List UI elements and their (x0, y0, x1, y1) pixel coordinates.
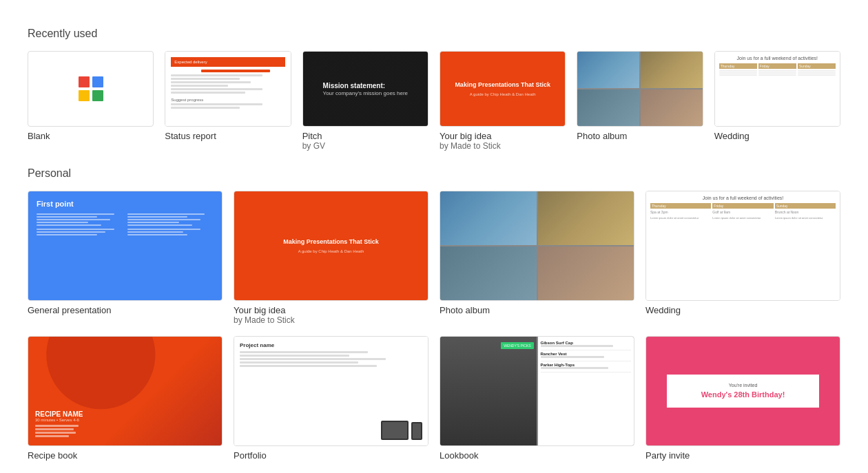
lb-item-2: Rancher Vest (541, 350, 632, 361)
recipe-thumbnail: RECIPE NAME 30 minutes • Serves 4-6 (28, 336, 223, 446)
big-idea-thumbnail: Making Presentations That Stick A guide … (440, 51, 566, 127)
pitch-sublabel: by GV (302, 141, 428, 151)
template-lookbook[interactable]: WENDY'S PICKS Gibson Surf Cap Rancher Ve… (440, 336, 634, 461)
party-thumb-content: You're invited Wendy's 28th Birthday! (646, 337, 840, 445)
lb-item-1: Gibson Surf Cap (541, 339, 632, 350)
template-recipe-book[interactable]: RECIPE NAME 30 minutes • Serves 4-6 Reci… (28, 336, 223, 461)
photo-album-thumbnail (577, 51, 703, 127)
gen-pres-thumbnail: First point (28, 191, 223, 301)
personal-grid: First point (28, 191, 840, 461)
template-party-invite[interactable]: You're invited Wendy's 28th Birthday! Pa… (645, 336, 840, 461)
template-wedding-personal[interactable]: Join us for a full weekend of activities… (645, 191, 840, 325)
status-header-bar: Expected delivery (171, 57, 285, 67)
gen-text-1 (37, 213, 123, 237)
wedding-col-sun-2: Sunday Brunch at NoonLorem ipsum dolor s… (775, 203, 836, 220)
thu-content: Spa at 3pmLorem ipsum dolor sit amet con… (650, 210, 711, 220)
portfolio-title: Project name (240, 342, 422, 348)
lb-tag: WENDY'S PICKS (501, 342, 533, 349)
photo-cell-interior-2 (538, 246, 634, 300)
photo-cell-bridge-2 (440, 191, 537, 245)
recipe-serves: 30 minutes • Serves 4-6 (35, 418, 83, 422)
photo-cell-foliage (641, 52, 703, 88)
wedding-col-thu-2: Thursday Spa at 3pmLorem ipsum dolor sit… (650, 203, 711, 220)
gen-content-grid (37, 213, 214, 237)
party-invited-text: You're invited (678, 383, 809, 388)
orange-title: Making Presentations That Stick (455, 81, 550, 90)
portfolio-thumbnail: Project name (234, 336, 428, 446)
recipe-book-label: Recipe book (28, 450, 223, 461)
pitch-label: Pitch (302, 131, 428, 141)
photo-cell-foliage-2 (538, 191, 634, 245)
photo-thumb-content (577, 52, 702, 126)
big-idea-label: Your big idea (440, 131, 566, 141)
pitch-sub: Your company's mission goes here (323, 90, 409, 96)
template-general-presentation[interactable]: First point (28, 191, 223, 325)
template-status-report[interactable]: Expected delivery Suggest progress Statu… (165, 51, 291, 151)
template-photo-album[interactable]: Photo album (577, 51, 703, 151)
orange-sub: A guide by Chip Heath & Dan Heath (470, 92, 536, 96)
party-name-text: Wendy's 28th Birthday! (678, 390, 809, 399)
wedding-personal-label: Wedding (645, 305, 840, 315)
wedding-thumbnail: Join us for a full weekend of activities… (714, 51, 840, 127)
lb-item-3: Parker High-Tops (541, 361, 632, 372)
lb-right-panel: Gibson Surf Cap Rancher Vest Parker High… (538, 337, 634, 445)
template-wedding[interactable]: Join us for a full weekend of activities… (714, 51, 840, 151)
photo-album-personal-label: Photo album (440, 305, 634, 315)
photo-thumb-personal (440, 191, 634, 300)
lookbook-label: Lookbook (440, 450, 634, 461)
wedding-col-thu: Thursday (719, 63, 757, 76)
wedding-thumb-content: Join us for a full weekend of activities… (715, 52, 840, 126)
recipe-desc-lines (35, 425, 83, 437)
pitch-thumbnail: Mission statement: Your company's missio… (302, 51, 428, 127)
wedding-grid: Thursday Friday Sunday (719, 63, 836, 76)
party-thumbnail: You're invited Wendy's 28th Birthday! (645, 336, 840, 446)
recently-used-title: Recently used (28, 28, 840, 40)
lookbook-thumb-content: WENDY'S PICKS Gibson Surf Cap Rancher Ve… (440, 337, 634, 445)
portfolio-label: Portfolio (234, 450, 428, 461)
recipe-thumb-content: RECIPE NAME 30 minutes • Serves 4-6 (28, 337, 222, 445)
big-idea-personal-sublabel: by Made to Stick (234, 315, 428, 325)
orange-sub-personal: A guide by Chip Heath & Dan Heath (298, 249, 364, 253)
device-phone (411, 422, 422, 440)
gen-pres-label: General presentation (28, 305, 223, 315)
template-your-big-idea-personal[interactable]: Making Presentations That Stick A guide … (234, 191, 428, 325)
portfolio-lines (240, 351, 422, 367)
orange-title-personal: Making Presentations That Stick (283, 238, 379, 246)
party-invite-label: Party invite (645, 450, 840, 461)
photo-cell-interior (641, 90, 703, 126)
status-thumb-content: Expected delivery Suggest progress (165, 52, 290, 126)
template-portfolio[interactable]: Project name Portfolio (234, 336, 428, 461)
gen-text-2 (127, 213, 214, 237)
gen-thumb-content: First point (28, 191, 222, 300)
device-tablet (381, 421, 409, 440)
template-pitch[interactable]: Mission statement: Your company's missio… (302, 51, 428, 151)
gen-first-point: First point (37, 200, 214, 208)
personal-title: Personal (28, 167, 840, 180)
wedding-title-personal: Join us for a full weekend of activities… (650, 196, 836, 200)
wedding-thumb-personal: Join us for a full weekend of activities… (646, 191, 840, 300)
orange-thumb-content: Making Presentations That Stick A guide … (440, 52, 565, 126)
blank-thumbnail (28, 51, 154, 127)
pitch-thumb-content: Mission statement: Your company's missio… (303, 52, 428, 126)
template-blank[interactable]: Blank (28, 51, 154, 151)
pitch-text-content: Mission statement: Your company's missio… (315, 73, 417, 105)
orange-thumb-personal: Making Presentations That Stick A guide … (234, 191, 428, 300)
big-idea-personal-label: Your big idea (234, 305, 428, 315)
recently-used-grid: Blank Expected delivery Suggest progress (28, 51, 840, 151)
recipe-name: RECIPE NAME (35, 410, 83, 418)
big-idea-personal-thumbnail: Making Presentations That Stick A guide … (234, 191, 428, 301)
photo-cell-bridge (577, 52, 639, 88)
device-mockup (381, 421, 422, 440)
wedding-col-fri: Friday (758, 63, 796, 76)
wedding-col-fri-2: Friday Golf at 9amLorem ipsum dolor sit … (712, 203, 773, 220)
portfolio-thumb-content: Project name (234, 337, 428, 445)
party-inner-card: You're invited Wendy's 28th Birthday! (667, 375, 820, 408)
wedding-col-sun: Sunday (798, 63, 836, 76)
status-report-label: Status report (165, 131, 291, 141)
lb-left-panel: WENDY'S PICKS (440, 337, 537, 445)
pitch-title: Mission statement: (323, 81, 409, 90)
wedding-grid-personal: Thursday Spa at 3pmLorem ipsum dolor sit… (650, 203, 836, 220)
template-photo-album-personal[interactable]: Photo album (440, 191, 634, 325)
template-your-big-idea[interactable]: Making Presentations That Stick A guide … (440, 51, 566, 151)
wedding-label: Wedding (714, 131, 840, 141)
